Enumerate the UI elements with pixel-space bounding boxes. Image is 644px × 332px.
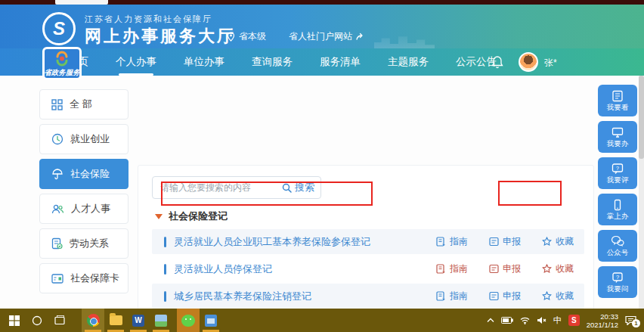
service-link[interactable]: 灵活就业人员企业职工基本养老保险参保登记 xyxy=(174,235,370,249)
service-row: 城乡居民基本养老保险注销登记 指南 申报 收藏 xyxy=(152,284,584,309)
rail-item-read[interactable]: 我要看 xyxy=(598,85,637,116)
nav-item-query[interactable]: 查询服务 xyxy=(246,48,299,76)
site-header: S 江苏省人力资源和社会保障厅 网上办事服务大厅 省本级 省人社门户网站 xyxy=(0,5,644,48)
nav-item-unit[interactable]: 单位办事 xyxy=(178,48,231,76)
service-link[interactable]: 灵活就业人员停保登记 xyxy=(174,262,272,276)
nav-item-personal[interactable]: 个人办事 xyxy=(110,48,163,76)
taskbar-app-button[interactable] xyxy=(200,309,222,332)
clock-time: 20:33 xyxy=(587,312,618,321)
taskbar-photos-button[interactable] xyxy=(150,309,172,332)
battery-icon[interactable] xyxy=(501,317,513,324)
sidebar-item-label: 全部 xyxy=(70,98,95,111)
sidebar-item-all[interactable]: 全部 xyxy=(39,89,128,119)
favorite-link[interactable]: 收藏 xyxy=(542,290,574,303)
nav-item-topics[interactable]: 主题服务 xyxy=(382,48,435,76)
guide-link[interactable]: 指南 xyxy=(436,290,468,303)
wifi-icon[interactable] xyxy=(520,317,530,324)
desktop-screen: S 江苏省人力资源和社会保障厅 网上办事服务大厅 省本级 省人社门户网站 大厅首… xyxy=(0,0,644,332)
employment-icon xyxy=(51,133,63,145)
guide-icon xyxy=(436,237,446,247)
guide-link[interactable]: 指南 xyxy=(436,262,468,275)
rail-item-mobile[interactable]: 掌上办 xyxy=(598,194,637,225)
sidebar-item-labor[interactable]: 劳动关系 xyxy=(39,228,128,259)
svg-text:?: ? xyxy=(616,166,619,171)
search-input[interactable] xyxy=(160,182,282,193)
taskbar-clock[interactable]: 20:33 2021/1/12 xyxy=(587,312,618,329)
tray-expand-icon[interactable] xyxy=(487,318,494,323)
rail-item-review[interactable]: ? 我要评 xyxy=(598,157,637,189)
external-link-icon xyxy=(356,33,366,41)
gov-services-logo-icon xyxy=(53,51,71,67)
search-button[interactable]: 搜索 xyxy=(282,181,314,194)
row-marker xyxy=(164,291,166,302)
triangle-down-icon xyxy=(155,214,163,219)
row-marker xyxy=(164,264,166,275)
service-panel: 搜索 社会保险登记 灵活就业人员企业职工基本养老保险参保登记 指南 申报 收藏 xyxy=(138,165,594,332)
scrollbar-thumb[interactable] xyxy=(639,76,644,159)
labor-doc-icon xyxy=(51,237,63,250)
taskbar-explorer-button[interactable] xyxy=(104,309,127,332)
taskbar-chrome-button[interactable] xyxy=(82,309,104,332)
umbrella-icon xyxy=(51,168,63,180)
region-selector[interactable]: 省本级 xyxy=(227,30,266,43)
svg-text:?: ? xyxy=(616,274,619,281)
phone-icon xyxy=(611,199,624,211)
agency-name: 江苏省人力资源和社会保障厅 xyxy=(85,14,212,25)
windows-logo-icon xyxy=(9,315,20,326)
favorite-link[interactable]: 收藏 xyxy=(542,235,574,248)
sidebar-item-label: 社会保障卡 xyxy=(70,271,119,285)
clock-date: 2021/1/12 xyxy=(587,321,618,329)
location-pin-icon xyxy=(227,32,235,42)
action-center-button[interactable]: 1 xyxy=(625,315,636,325)
wechat-icon xyxy=(181,315,195,327)
service-row: 灵活就业人员企业职工基本养老保险参保登记 指南 申报 收藏 xyxy=(152,229,584,254)
taskbar-word-button[interactable]: W xyxy=(127,309,150,332)
apply-link[interactable]: 申报 xyxy=(489,262,521,275)
guide-link[interactable]: 指南 xyxy=(436,235,468,248)
row-marker xyxy=(164,237,166,247)
chrome-icon xyxy=(87,314,100,327)
apply-link[interactable]: 申报 xyxy=(489,235,521,248)
sidebar-item-talent[interactable]: 人才人事 xyxy=(39,194,128,224)
cortana-search-button[interactable] xyxy=(26,309,48,332)
grid-icon xyxy=(51,99,63,110)
nav-item-service-list[interactable]: 服务清单 xyxy=(314,48,367,76)
guide-icon xyxy=(436,264,446,274)
service-link[interactable]: 城乡居民基本养老保险注销登记 xyxy=(174,290,311,303)
sidebar-item-social-insurance[interactable]: 社会保险 xyxy=(39,159,128,189)
sidebar-item-label: 社会保险 xyxy=(70,167,110,181)
search-icon xyxy=(282,183,292,193)
notification-bell-icon[interactable] xyxy=(491,55,503,72)
rail-item-wechat-official[interactable]: 公众号 xyxy=(598,230,637,262)
favorite-link[interactable]: 收藏 xyxy=(542,262,574,275)
volume-muted-icon[interactable] xyxy=(537,316,546,324)
rail-item-handle[interactable]: 我要办 xyxy=(598,121,637,153)
region-label: 省本级 xyxy=(239,30,266,43)
wechat-bubbles-icon xyxy=(611,235,624,247)
question-bubble-icon: ? xyxy=(611,271,624,284)
user-avatar[interactable] xyxy=(519,52,538,72)
sidebar-item-social-card[interactable]: 社会保障卡 xyxy=(39,263,128,293)
service-row: 灵活就业人员停保登记 指南 申报 收藏 xyxy=(152,256,584,281)
user-name[interactable]: 张* xyxy=(544,57,557,70)
sogou-input-icon[interactable]: S xyxy=(568,315,580,326)
apply-link[interactable]: 申报 xyxy=(489,290,521,303)
search-box[interactable]: 搜索 xyxy=(152,176,321,199)
start-button[interactable] xyxy=(3,309,26,332)
portal-site-link[interactable]: 省人社门户网站 xyxy=(289,30,366,43)
ime-indicator[interactable]: 中 xyxy=(553,315,562,326)
word-icon: W xyxy=(132,315,144,327)
task-view-button[interactable] xyxy=(48,309,71,332)
system-tray: 中 S 20:33 2021/1/12 1 xyxy=(487,312,644,329)
photos-icon xyxy=(155,315,167,327)
sidebar-item-label: 人才人事 xyxy=(71,202,110,216)
taskbar-wechat-button[interactable] xyxy=(177,309,200,332)
sidebar-item-employment[interactable]: 就业创业 xyxy=(39,124,128,154)
section-title-insurance-registration[interactable]: 社会保险登记 xyxy=(155,209,228,223)
file-explorer-icon xyxy=(110,315,122,325)
feedback-bubble-icon: ? xyxy=(611,163,624,175)
notification-count-badge: 1 xyxy=(632,319,640,327)
rail-item-ask[interactable]: ? 我要问 xyxy=(598,266,637,298)
portal-site-label: 省人社门户网站 xyxy=(289,30,352,43)
rail-item-gov-services[interactable]: 省政务服务 xyxy=(42,47,82,80)
